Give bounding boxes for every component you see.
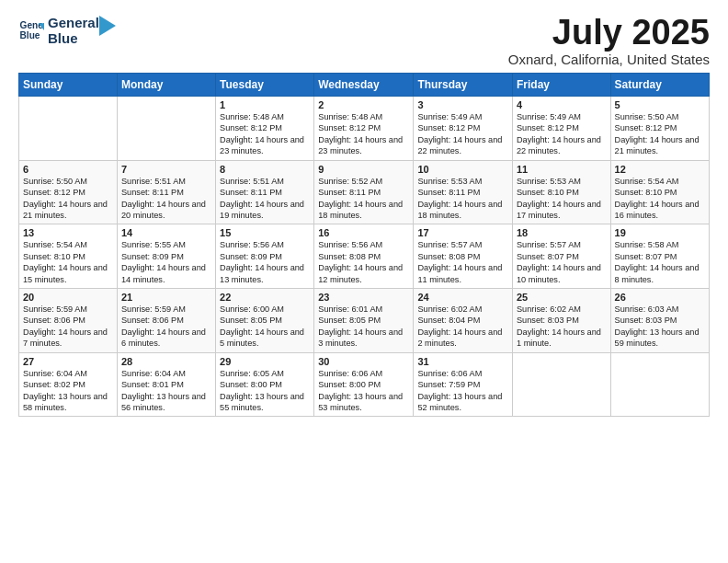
day-info: Sunrise: 5:59 AMSunset: 8:06 PMDaylight:… [23, 304, 108, 348]
col-sunday: Sunday [19, 74, 118, 97]
day-info: Sunrise: 6:04 AMSunset: 8:01 PMDaylight:… [121, 369, 206, 412]
week-row-2: 6 Sunrise: 5:50 AMSunset: 8:12 PMDayligh… [19, 160, 710, 224]
col-saturday: Saturday [610, 74, 709, 97]
day-number: 20 [23, 292, 113, 303]
day-cell: 24 Sunrise: 6:02 AMSunset: 8:04 PMDaylig… [414, 289, 513, 353]
logo-line2: Blue [48, 30, 78, 46]
week-row-5: 27 Sunrise: 6:04 AMSunset: 8:02 PMDaylig… [19, 352, 710, 417]
day-number: 8 [220, 164, 310, 175]
day-number: 11 [517, 164, 607, 175]
day-number: 19 [615, 227, 705, 238]
day-number: 10 [417, 164, 508, 175]
day-cell: 6 Sunrise: 5:50 AMSunset: 8:12 PMDayligh… [19, 160, 118, 224]
day-info: Sunrise: 6:02 AMSunset: 8:03 PMDaylight:… [517, 304, 601, 348]
calendar-header-row: Sunday Monday Tuesday Wednesday Thursday… [19, 74, 710, 97]
week-row-4: 20 Sunrise: 5:59 AMSunset: 8:06 PMDaylig… [19, 289, 710, 353]
logo-line1: General [48, 15, 99, 30]
day-info: Sunrise: 5:57 AMSunset: 8:08 PMDaylight:… [417, 240, 502, 283]
day-cell: 25 Sunrise: 6:02 AMSunset: 8:03 PMDaylig… [512, 289, 610, 353]
day-number: 2 [318, 99, 409, 110]
day-cell: 13 Sunrise: 5:54 AMSunset: 8:10 PMDaylig… [19, 224, 118, 289]
title-area: July 2025 Oxnard, California, United Sta… [508, 15, 710, 67]
day-number: 1 [220, 99, 310, 110]
day-cell: 28 Sunrise: 6:04 AMSunset: 8:01 PMDaylig… [117, 352, 215, 417]
day-info: Sunrise: 5:50 AMSunset: 8:12 PMDaylight:… [23, 177, 108, 220]
day-cell: 14 Sunrise: 5:55 AMSunset: 8:09 PMDaylig… [117, 224, 215, 289]
col-wednesday: Wednesday [314, 74, 414, 97]
day-info: Sunrise: 6:06 AMSunset: 8:00 PMDaylight:… [318, 369, 403, 412]
day-info: Sunrise: 5:50 AMSunset: 8:12 PMDaylight:… [615, 112, 700, 155]
logo-chevron-icon [99, 16, 116, 36]
day-number: 7 [121, 164, 211, 175]
day-info: Sunrise: 6:04 AMSunset: 8:02 PMDaylight:… [23, 369, 108, 412]
day-info: Sunrise: 5:59 AMSunset: 8:06 PMDaylight:… [121, 304, 206, 348]
day-cell: 26 Sunrise: 6:03 AMSunset: 8:03 PMDaylig… [610, 289, 709, 353]
day-cell: 2 Sunrise: 5:48 AMSunset: 8:12 PMDayligh… [314, 97, 414, 161]
day-number: 3 [417, 99, 508, 110]
day-cell: 18 Sunrise: 5:57 AMSunset: 8:07 PMDaylig… [512, 224, 610, 289]
day-info: Sunrise: 5:54 AMSunset: 8:10 PMDaylight:… [615, 177, 700, 220]
day-info: Sunrise: 5:58 AMSunset: 8:07 PMDaylight:… [615, 240, 700, 283]
page-container: General Blue General Blue July 2025 Oxna… [0, 0, 728, 426]
day-number: 15 [220, 227, 310, 238]
day-info: Sunrise: 6:06 AMSunset: 7:59 PMDaylight:… [417, 369, 502, 412]
day-cell: 17 Sunrise: 5:57 AMSunset: 8:08 PMDaylig… [414, 224, 513, 289]
col-tuesday: Tuesday [216, 74, 314, 97]
day-info: Sunrise: 5:51 AMSunset: 8:11 PMDaylight:… [121, 177, 206, 220]
day-info: Sunrise: 6:05 AMSunset: 8:00 PMDaylight:… [220, 369, 304, 412]
day-number: 22 [220, 292, 310, 303]
day-number: 30 [318, 356, 409, 367]
day-info: Sunrise: 5:49 AMSunset: 8:12 PMDaylight:… [517, 112, 601, 155]
day-info: Sunrise: 6:02 AMSunset: 8:04 PMDaylight:… [417, 304, 502, 348]
day-info: Sunrise: 5:56 AMSunset: 8:08 PMDaylight:… [318, 240, 403, 283]
day-number: 16 [318, 227, 409, 238]
month-title: July 2025 [508, 15, 710, 50]
week-row-1: 1 Sunrise: 5:48 AMSunset: 8:12 PMDayligh… [19, 97, 710, 161]
day-cell: 31 Sunrise: 6:06 AMSunset: 7:59 PMDaylig… [414, 352, 513, 417]
day-number: 24 [417, 292, 508, 303]
day-cell [512, 352, 610, 417]
day-cell: 12 Sunrise: 5:54 AMSunset: 8:10 PMDaylig… [610, 160, 709, 224]
day-cell [117, 97, 215, 161]
day-number: 5 [615, 99, 705, 110]
day-number: 6 [23, 164, 113, 175]
day-cell [610, 352, 709, 417]
week-row-3: 13 Sunrise: 5:54 AMSunset: 8:10 PMDaylig… [19, 224, 710, 289]
svg-marker-3 [99, 16, 116, 36]
day-info: Sunrise: 5:53 AMSunset: 8:10 PMDaylight:… [517, 177, 601, 220]
day-number: 29 [220, 356, 310, 367]
day-cell: 27 Sunrise: 6:04 AMSunset: 8:02 PMDaylig… [19, 352, 118, 417]
day-info: Sunrise: 5:49 AMSunset: 8:12 PMDaylight:… [417, 112, 502, 155]
day-cell: 4 Sunrise: 5:49 AMSunset: 8:12 PMDayligh… [512, 97, 610, 161]
day-number: 18 [517, 227, 607, 238]
day-cell: 29 Sunrise: 6:05 AMSunset: 8:00 PMDaylig… [216, 352, 314, 417]
day-number: 28 [121, 356, 211, 367]
day-number: 4 [517, 99, 607, 110]
day-number: 31 [417, 356, 508, 367]
day-info: Sunrise: 5:56 AMSunset: 8:09 PMDaylight:… [220, 240, 304, 283]
day-number: 21 [121, 292, 211, 303]
day-cell: 22 Sunrise: 6:00 AMSunset: 8:05 PMDaylig… [216, 289, 314, 353]
day-number: 17 [417, 227, 508, 238]
day-info: Sunrise: 5:53 AMSunset: 8:11 PMDaylight:… [417, 177, 502, 220]
day-info: Sunrise: 5:55 AMSunset: 8:09 PMDaylight:… [121, 240, 206, 283]
day-cell: 1 Sunrise: 5:48 AMSunset: 8:12 PMDayligh… [216, 97, 314, 161]
day-info: Sunrise: 5:57 AMSunset: 8:07 PMDaylight:… [517, 240, 601, 283]
svg-text:Blue: Blue [20, 31, 40, 41]
day-number: 25 [517, 292, 607, 303]
day-cell: 16 Sunrise: 5:56 AMSunset: 8:08 PMDaylig… [314, 224, 414, 289]
day-info: Sunrise: 5:52 AMSunset: 8:11 PMDaylight:… [318, 177, 403, 220]
day-info: Sunrise: 5:51 AMSunset: 8:11 PMDaylight:… [220, 177, 304, 220]
day-cell: 8 Sunrise: 5:51 AMSunset: 8:11 PMDayligh… [216, 160, 314, 224]
day-cell: 21 Sunrise: 5:59 AMSunset: 8:06 PMDaylig… [117, 289, 215, 353]
day-info: Sunrise: 5:48 AMSunset: 8:12 PMDaylight:… [318, 112, 403, 155]
day-number: 9 [318, 164, 409, 175]
day-number: 14 [121, 227, 211, 238]
header: General Blue General Blue July 2025 Oxna… [18, 15, 710, 67]
day-number: 26 [615, 292, 705, 303]
day-cell: 20 Sunrise: 5:59 AMSunset: 8:06 PMDaylig… [19, 289, 118, 353]
day-cell: 23 Sunrise: 6:01 AMSunset: 8:05 PMDaylig… [314, 289, 414, 353]
day-number: 23 [318, 292, 409, 303]
day-cell: 3 Sunrise: 5:49 AMSunset: 8:12 PMDayligh… [414, 97, 513, 161]
col-friday: Friday [512, 74, 610, 97]
